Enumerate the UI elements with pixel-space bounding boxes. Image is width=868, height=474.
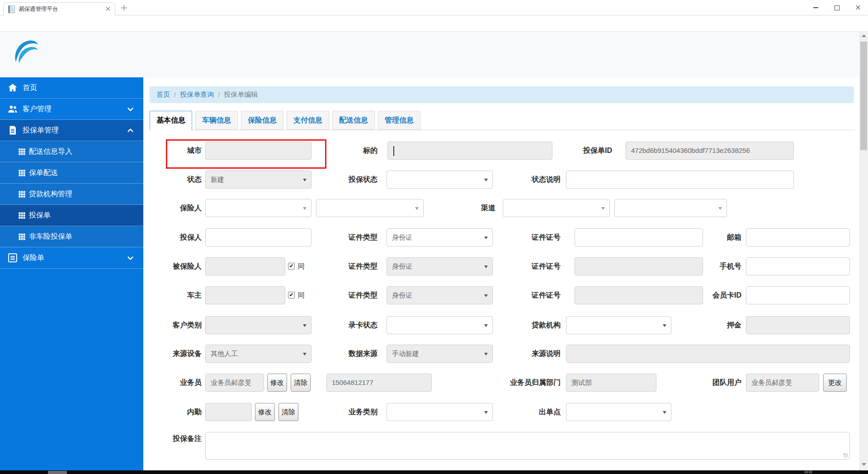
scrollbar-thumb[interactable] [860, 42, 867, 150]
resize-handle-icon[interactable] [844, 453, 848, 458]
taskbar [0, 470, 868, 474]
email-input[interactable] [746, 228, 850, 246]
taskbar-app-icon[interactable] [48, 471, 67, 474]
users-icon [7, 104, 18, 114]
id-type-label: 证件类型 [323, 286, 377, 304]
office-staff-label: 内勤 [149, 403, 202, 421]
window-maximize-button[interactable] [829, 3, 845, 13]
sidebar-item-delivery-import[interactable]: 配送信息导入 [0, 141, 143, 162]
sidebar-item-non-auto-application[interactable]: 非车险投保单 [0, 226, 143, 247]
tab-basic-info[interactable]: 基本信息 [150, 111, 192, 130]
browser-toolbar: ⓘ 不安全 proxy1.countnet.cn :20806/Login/Ma… [0, 15, 868, 32]
member-id-input[interactable] [746, 286, 850, 304]
insure-status-select[interactable] [387, 171, 493, 189]
scrollbar-down-icon[interactable] [862, 463, 866, 466]
sidebar-item-application-form[interactable]: 投保单 [0, 205, 143, 226]
channel-select-1[interactable] [503, 199, 610, 217]
dropdown-caret-icon [663, 411, 666, 414]
insurer-select-2[interactable] [316, 199, 424, 217]
office-staff-clear-button[interactable]: 清除 [278, 403, 298, 421]
tab-vehicle-info[interactable]: 车辆信息 [195, 111, 238, 130]
data-source-select[interactable]: 手动新建 [387, 345, 493, 363]
sidebar-item-policy-delivery[interactable]: 保单配送 [0, 162, 143, 184]
card-status-label: 录卡状态 [323, 316, 377, 334]
dropdown-caret-icon [303, 179, 307, 181]
salesman-modify-button[interactable]: 修改 [267, 374, 287, 392]
salesman-phone-input: 15064812177 [326, 374, 432, 392]
city-input[interactable] [205, 142, 311, 160]
owner-id-type-select[interactable]: 身份证 [387, 286, 493, 304]
tab-delivery-info[interactable]: 配送信息 [332, 111, 375, 130]
grid-icon [18, 148, 26, 156]
tab-close-icon[interactable] [106, 7, 110, 11]
breadcrumb-application-query[interactable]: 投保单查询 [180, 90, 214, 99]
browser-tab[interactable]: 易保通管理平台 [3, 2, 115, 16]
sidebar-item-customer-mgmt[interactable]: 客户管理 [0, 99, 143, 120]
remark-textarea[interactable] [205, 432, 850, 460]
text-cursor [393, 146, 394, 156]
channel-label: 渠道 [465, 199, 495, 217]
channel-select-2[interactable] [614, 199, 727, 217]
salesman-clear-button[interactable]: 清除 [291, 374, 311, 392]
grid-icon [18, 169, 26, 177]
email-label: 邮箱 [687, 228, 741, 246]
owner-same-checkbox[interactable]: ✔ [288, 292, 295, 299]
sidebar-item-application-mgmt[interactable]: 投保单管理 [0, 120, 143, 141]
source-desc-input[interactable] [566, 345, 850, 363]
tab-payment-info[interactable]: 支付信息 [287, 111, 329, 130]
sidebar-item-insurance-policy[interactable]: 保险单 [0, 247, 143, 269]
customer-type-select[interactable] [205, 316, 311, 334]
breadcrumb-current: 投保单编辑 [224, 90, 258, 99]
owner-input[interactable] [205, 286, 285, 304]
business-type-label: 业务类别 [323, 403, 377, 421]
insurer-select-1[interactable] [205, 199, 311, 217]
city-label: 城市 [149, 142, 202, 160]
dropdown-caret-icon [484, 265, 488, 268]
issue-point-select[interactable] [566, 403, 671, 421]
insured-same-checkbox[interactable]: ✔ [288, 263, 295, 270]
applicant-id-type-select[interactable]: 身份证 [387, 228, 493, 246]
salesman-dept-input: 测试部 [566, 374, 656, 392]
applicant-input[interactable] [205, 228, 311, 246]
loan-org-select[interactable] [566, 316, 671, 334]
customer-type-label: 客户类别 [149, 316, 202, 334]
owner-label: 车主 [149, 286, 202, 304]
breadcrumb-home[interactable]: 首页 [156, 90, 170, 99]
list-icon [7, 252, 18, 263]
window-close-button[interactable] [850, 3, 866, 13]
tab-management-info[interactable]: 管理信息 [378, 111, 420, 130]
sidebar-item-home[interactable]: 首页 [0, 77, 143, 99]
insured-id-type-select[interactable]: 身份证 [387, 257, 493, 275]
office-staff-input[interactable] [205, 403, 252, 421]
insured-id-no-input[interactable] [575, 257, 703, 275]
id-type-label: 证件类型 [323, 228, 377, 246]
business-type-select[interactable] [387, 403, 493, 421]
source-device-select[interactable]: 其他人工 [205, 345, 311, 363]
status-select[interactable]: 新建 [205, 171, 311, 189]
dropdown-caret-icon [484, 353, 488, 356]
id-no-label: 证件证号 [493, 286, 561, 304]
deposit-input[interactable] [746, 316, 850, 334]
mobile-input[interactable] [746, 257, 850, 275]
scrollbar-up-icon[interactable] [862, 34, 866, 37]
owner-id-no-input[interactable] [575, 286, 703, 304]
insured-input[interactable] [205, 257, 285, 275]
sidebar-item-loan-org-mgmt[interactable]: 贷款机构管理 [0, 184, 143, 205]
office-staff-modify-button[interactable]: 修改 [255, 403, 275, 421]
dropdown-caret-icon [303, 324, 307, 327]
salesman-label: 业务员 [149, 374, 202, 392]
breadcrumb: 首页 / 投保单查询 / 投保单编辑 [150, 86, 854, 103]
policy-id-label: 投保单ID [561, 142, 612, 160]
applicant-id-no-input[interactable] [575, 228, 703, 246]
tab-insurance-info[interactable]: 保险信息 [241, 111, 283, 130]
subject-input[interactable] [387, 142, 552, 160]
card-status-select[interactable] [387, 316, 493, 334]
dropdown-caret-icon [484, 324, 488, 327]
owner-same-label: 同 [298, 286, 305, 304]
dropdown-caret-icon [484, 411, 488, 414]
window-minimize-button[interactable] [807, 3, 824, 13]
status-desc-input[interactable] [566, 171, 794, 189]
team-user-change-button[interactable]: 更改 [823, 374, 847, 392]
new-tab-button[interactable] [121, 5, 127, 11]
dropdown-caret-icon [303, 353, 307, 356]
